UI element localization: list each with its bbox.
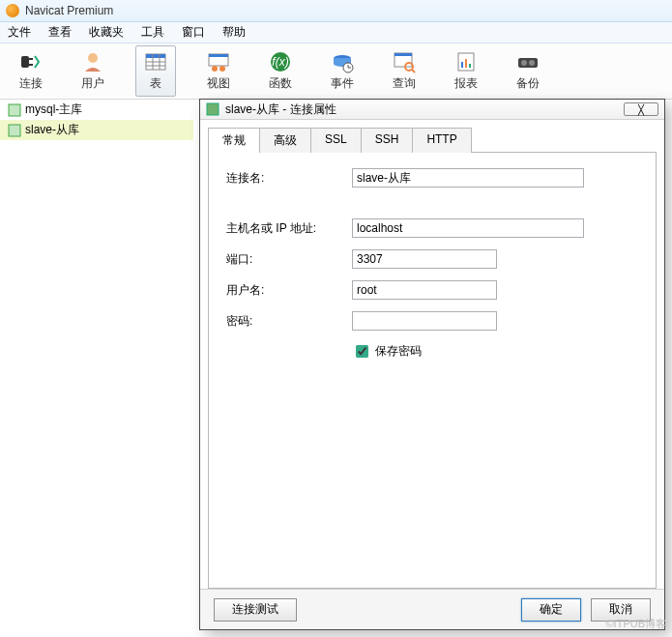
table-icon — [142, 50, 169, 73]
toolbar-label: 事件 — [331, 75, 354, 92]
toolbar-label: 用户 — [81, 75, 104, 92]
user-icon — [79, 50, 106, 73]
database-icon — [8, 103, 21, 117]
menu-help[interactable]: 帮助 — [222, 24, 246, 41]
menu-view[interactable]: 查看 — [48, 24, 72, 41]
svg-point-29 — [521, 60, 527, 66]
tab-ssh[interactable]: SSH — [361, 128, 414, 153]
menubar: 文件 查看 收藏夹 工具 窗口 帮助 — [0, 22, 672, 43]
report-icon — [453, 50, 480, 73]
tab-advanced[interactable]: 高级 — [259, 128, 311, 153]
backup-icon — [514, 50, 541, 73]
svg-rect-32 — [9, 125, 20, 136]
svg-rect-26 — [465, 59, 467, 68]
test-connection-button[interactable]: 连接测试 — [214, 598, 297, 622]
svg-rect-2 — [29, 64, 33, 66]
toolbar-table[interactable]: 表 — [135, 45, 176, 97]
save-password-checkbox[interactable] — [356, 345, 368, 358]
close-icon[interactable]: ╳ — [624, 102, 658, 116]
function-icon: f(x) — [267, 50, 294, 73]
svg-text:f(x): f(x) — [272, 55, 288, 69]
dialog-tabs: 常规 高级 SSL SSH HTTP — [208, 128, 657, 153]
toolbar-label: 函数 — [269, 75, 292, 92]
label-port: 端口: — [226, 251, 352, 268]
toolbar: 连接 用户 表 视图 f(x) 函数 事件 查询 报表 备份 — [0, 43, 672, 100]
toolbar-label: 连接 — [19, 75, 43, 92]
dialog-titlebar[interactable]: slave-从库 - 连接属性 ╳ — [200, 100, 664, 120]
svg-rect-31 — [9, 104, 20, 116]
host-field[interactable] — [352, 218, 584, 238]
connection-tree: mysql-主库 slave-从库 — [0, 100, 193, 140]
connection-properties-dialog: slave-从库 - 连接属性 ╳ 常规 高级 SSL SSH HTTP 连接名… — [199, 99, 665, 630]
toolbar-label: 备份 — [516, 75, 540, 92]
svg-rect-0 — [21, 56, 29, 68]
svg-rect-21 — [394, 53, 412, 56]
app-titlebar: Navicat Premium — [0, 0, 672, 22]
tab-general[interactable]: 常规 — [208, 128, 260, 153]
toolbar-user[interactable]: 用户 — [73, 46, 112, 96]
toolbar-label: 报表 — [454, 75, 478, 92]
svg-rect-1 — [29, 58, 33, 60]
toolbar-backup[interactable]: 备份 — [509, 46, 547, 96]
toolbar-label: 表 — [150, 75, 161, 92]
label-connection-name: 连接名: — [226, 170, 352, 187]
svg-point-13 — [219, 66, 225, 72]
menu-favorites[interactable]: 收藏夹 — [89, 24, 124, 41]
svg-point-12 — [212, 66, 218, 72]
database-icon — [8, 124, 21, 137]
tree-item-mysql-master[interactable]: mysql-主库 — [0, 100, 193, 120]
tree-item-label: slave-从库 — [25, 122, 79, 138]
menu-tools[interactable]: 工具 — [141, 24, 164, 41]
tree-item-label: mysql-主库 — [25, 101, 82, 118]
toolbar-label: 查询 — [393, 75, 416, 92]
tab-http[interactable]: HTTP — [412, 128, 471, 153]
toolbar-label: 视图 — [207, 75, 230, 92]
svg-rect-25 — [461, 62, 463, 68]
svg-rect-5 — [146, 54, 165, 58]
database-icon — [206, 102, 219, 116]
username-field[interactable] — [352, 280, 497, 300]
menu-window[interactable]: 窗口 — [182, 24, 205, 41]
plug-icon — [17, 50, 44, 73]
label-username: 用户名: — [226, 282, 352, 299]
dialog-button-bar: 连接测试 确定 取消 — [200, 589, 664, 629]
toolbar-report[interactable]: 报表 — [447, 46, 485, 96]
password-field[interactable] — [352, 311, 497, 331]
event-icon — [329, 50, 356, 73]
ok-button[interactable]: 确定 — [521, 598, 581, 622]
query-icon — [391, 50, 418, 73]
watermark: ©ITPUB博客 — [606, 617, 667, 631]
menu-file[interactable]: 文件 — [8, 24, 31, 41]
label-host: 主机名或 IP 地址: — [226, 220, 352, 237]
view-icon — [205, 50, 232, 73]
svg-point-3 — [88, 53, 98, 63]
toolbar-query[interactable]: 查询 — [385, 46, 424, 96]
toolbar-function[interactable]: f(x) 函数 — [261, 46, 300, 96]
toolbar-view[interactable]: 视图 — [199, 46, 238, 96]
app-icon — [6, 4, 19, 17]
port-field[interactable] — [352, 249, 497, 269]
svg-rect-11 — [209, 54, 228, 57]
connection-name-field[interactable] — [352, 168, 584, 188]
toolbar-event[interactable]: 事件 — [323, 46, 362, 96]
label-password: 密码: — [226, 313, 352, 330]
svg-rect-33 — [207, 103, 219, 115]
app-title: Navicat Premium — [25, 4, 113, 17]
tab-ssl[interactable]: SSL — [310, 128, 362, 153]
svg-point-30 — [529, 60, 535, 66]
label-save-password: 保存密码 — [375, 343, 422, 360]
dialog-title: slave-从库 - 连接属性 — [225, 101, 336, 118]
svg-line-23 — [412, 70, 415, 72]
tree-item-slave[interactable]: slave-从库 — [0, 120, 193, 140]
toolbar-connection[interactable]: 连接 — [12, 46, 50, 96]
tab-panel-general: 连接名: 主机名或 IP 地址: 端口: 用户名: 密码: — [208, 152, 657, 589]
svg-rect-27 — [469, 64, 471, 68]
